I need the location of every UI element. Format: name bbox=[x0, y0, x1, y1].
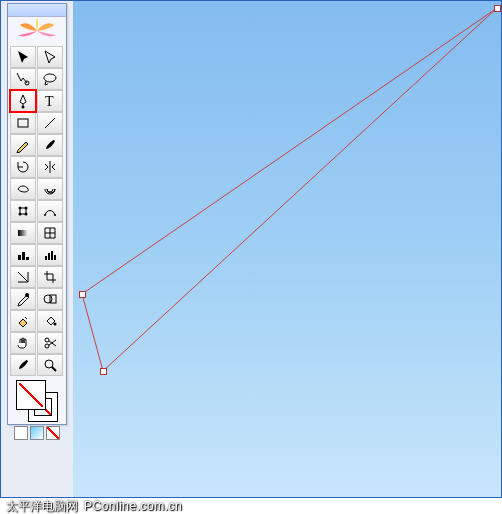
svg-point-10 bbox=[54, 214, 56, 216]
color-mode-none[interactable] bbox=[46, 426, 60, 440]
gradient-tool[interactable] bbox=[10, 222, 36, 244]
color-mode-solid[interactable] bbox=[14, 426, 28, 440]
watermark: 太平洋电脑网 PConline.com.cn bbox=[6, 498, 182, 514]
chart-tool[interactable] bbox=[10, 244, 36, 266]
fill-stroke-control[interactable] bbox=[16, 380, 58, 422]
path-anchor[interactable] bbox=[100, 368, 107, 375]
svg-point-24 bbox=[45, 344, 49, 348]
svg-rect-16 bbox=[48, 253, 50, 260]
type-tool[interactable]: T bbox=[37, 90, 63, 112]
pencil-tool[interactable] bbox=[10, 134, 36, 156]
app-window: T bbox=[0, 0, 502, 498]
resize-tool[interactable] bbox=[10, 68, 36, 90]
lasso-tool[interactable] bbox=[37, 68, 63, 90]
path-anchor[interactable] bbox=[494, 5, 501, 12]
live-paint-tool[interactable] bbox=[10, 310, 36, 332]
svg-point-19 bbox=[25, 293, 29, 297]
rotate-tool[interactable] bbox=[10, 156, 36, 178]
vector-path bbox=[73, 1, 501, 497]
svg-point-23 bbox=[45, 338, 49, 342]
color-swatch-area bbox=[8, 376, 66, 442]
svg-text:T: T bbox=[45, 94, 54, 109]
svg-rect-13 bbox=[22, 252, 25, 260]
freeform-tool[interactable] bbox=[37, 200, 63, 222]
svg-rect-14 bbox=[26, 257, 29, 260]
pen-tool[interactable] bbox=[10, 90, 36, 112]
svg-point-1 bbox=[22, 106, 25, 109]
app-logo bbox=[10, 18, 64, 44]
selection-tool[interactable] bbox=[10, 46, 36, 68]
hand-tool[interactable] bbox=[10, 332, 36, 354]
reflect-tool[interactable] bbox=[37, 156, 63, 178]
svg-point-9 bbox=[44, 214, 46, 216]
direct-select-tool[interactable] bbox=[37, 46, 63, 68]
brush-tool[interactable] bbox=[10, 354, 36, 376]
zoom-tool[interactable] bbox=[37, 354, 63, 376]
nodes-tool[interactable] bbox=[10, 200, 36, 222]
warp-tool[interactable] bbox=[10, 178, 36, 200]
brush-tool[interactable] bbox=[37, 134, 63, 156]
toolbox-panel: T bbox=[7, 3, 67, 425]
fill-swatch[interactable] bbox=[16, 380, 46, 410]
svg-rect-12 bbox=[18, 255, 21, 260]
canvas-area[interactable] bbox=[73, 1, 501, 497]
svg-rect-18 bbox=[54, 255, 56, 260]
watermark-site: 太平洋电脑网 bbox=[6, 498, 78, 515]
svg-rect-15 bbox=[45, 256, 47, 260]
bucket-tool[interactable] bbox=[37, 310, 63, 332]
line-tool[interactable] bbox=[37, 112, 63, 134]
svg-rect-11 bbox=[18, 230, 28, 236]
crop-tool[interactable] bbox=[37, 266, 63, 288]
graph-tool[interactable] bbox=[37, 244, 63, 266]
twirl-tool[interactable] bbox=[37, 178, 63, 200]
svg-line-26 bbox=[52, 367, 56, 371]
svg-rect-3 bbox=[18, 119, 28, 127]
color-mode-gradient[interactable] bbox=[30, 426, 44, 440]
watermark-url: PConline.com.cn bbox=[84, 499, 182, 513]
svg-point-22 bbox=[54, 323, 57, 326]
panel-titlebar[interactable] bbox=[8, 4, 66, 17]
svg-line-4 bbox=[45, 118, 55, 128]
scissors-tool[interactable] bbox=[37, 332, 63, 354]
blend-tool[interactable] bbox=[37, 288, 63, 310]
svg-rect-17 bbox=[51, 251, 53, 260]
slice-tool[interactable] bbox=[10, 266, 36, 288]
svg-point-25 bbox=[45, 360, 53, 368]
svg-point-20 bbox=[44, 295, 52, 303]
mesh-tool[interactable] bbox=[37, 222, 63, 244]
eyedropper-tool[interactable] bbox=[10, 288, 36, 310]
rectangle-tool[interactable] bbox=[10, 112, 36, 134]
path-anchor[interactable] bbox=[79, 291, 86, 298]
